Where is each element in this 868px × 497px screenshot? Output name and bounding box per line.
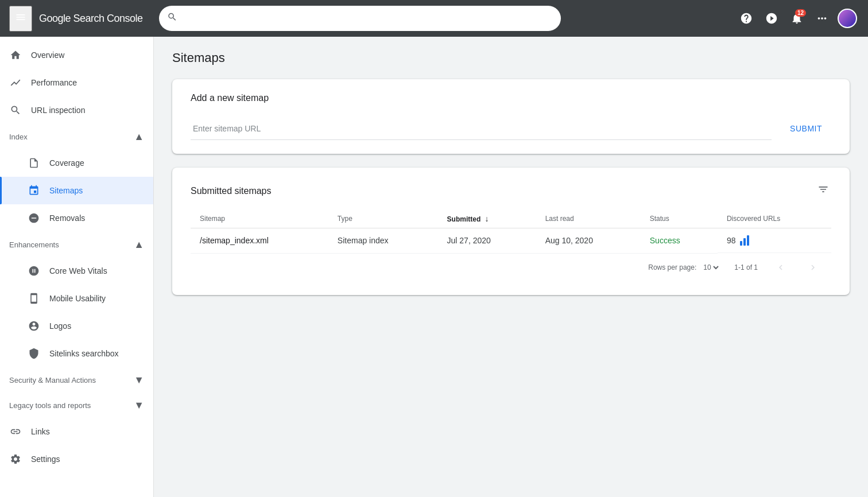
cell-sitemap: /sitemap_index.xml [191,228,328,254]
sidebar-item-coverage[interactable]: Coverage [0,149,153,177]
filter-button[interactable] [815,181,831,200]
sidebar-item-label: Sitelinks searchbox [49,349,119,358]
submitted-sitemaps-card: Submitted sitemaps Sitemap Type Submitte… [172,168,850,295]
sidebar-item-label: URL inspection [31,106,85,115]
sidebar-section-legacy[interactable]: Legacy tools and reports ▼ [0,393,153,418]
sitemaps-table-wrap: Sitemap Type Submitted ↓ Last read Statu… [191,209,831,254]
sidebar-item-logos[interactable]: Logos [0,312,153,340]
performance-icon [9,77,22,88]
notification-button[interactable]: 12 [785,7,808,30]
cell-discovered-urls: 98 [718,228,831,253]
col-status: Status [641,209,718,228]
app-layout: Overview Performance URL inspection Inde… [0,37,868,497]
sidebar-item-label: Coverage [49,158,84,168]
bar-chart-icon[interactable] [740,235,749,246]
sidebar-item-sitemaps[interactable]: Sitemaps [0,177,153,204]
table-footer: Rows per page: 10 25 50 1-1 of 1 [191,254,831,281]
search-input[interactable] [159,6,561,31]
sidebar-item-url-inspection[interactable]: URL inspection [0,96,153,124]
rows-per-page-label: Rows per page: [648,263,696,271]
section-label: Index [9,133,28,141]
section-label: Legacy tools and reports [9,401,91,410]
sitemap-url-input[interactable] [191,117,772,140]
sidebar-section-security[interactable]: Security & Manual Actions ▼ [0,367,153,393]
sidebar-item-removals[interactable]: Removals [0,204,153,232]
col-last-read: Last read [536,209,641,228]
coverage-icon [28,157,40,169]
pagination-prev-button[interactable] [772,258,790,277]
chevron-up-icon: ▲ [134,239,144,251]
add-sitemap-section: Add a new sitemap SUBMIT [172,79,850,154]
sidebar-section-enhancements[interactable]: Enhancements ▲ [0,232,153,257]
sidebar-item-core-web-vitals[interactable]: Core Web Vitals [0,257,153,285]
rows-per-page: Rows per page: 10 25 50 [648,263,720,272]
rows-per-page-select[interactable]: 10 25 50 [701,263,720,272]
sidebar-item-overview[interactable]: Overview [0,41,153,69]
search-bar [159,6,561,31]
sidebar-item-label: Links [31,427,50,436]
table-row: /sitemap_index.xml Sitemap index Jul 27,… [191,228,831,254]
cell-type: Sitemap index [328,228,438,254]
col-discovered-urls: Discovered URLs [718,209,831,228]
chevron-down-icon: ▼ [134,374,144,386]
sidebar-item-performance[interactable]: Performance [0,69,153,96]
topbar-actions: 12 [735,7,859,30]
sidebar-item-settings[interactable]: Settings [0,445,153,473]
sidebar-item-label: Removals [49,213,85,223]
submitted-sitemaps-section: Submitted sitemaps Sitemap Type Submitte… [172,168,850,295]
add-sitemap-card: Add a new sitemap SUBMIT [172,79,850,154]
home-icon [9,49,22,61]
app-title: Google Search Console [39,13,143,25]
sidebar-item-label: Sitemaps [49,186,83,195]
accounts-button[interactable] [760,7,783,30]
cell-status: Success [641,228,718,254]
add-sitemap-title: Add a new sitemap [191,93,831,103]
col-submitted[interactable]: Submitted ↓ [438,209,536,228]
sidebar-item-mobile-usability[interactable]: Mobile Usability [0,285,153,312]
core-web-vitals-icon [28,265,40,277]
chevron-up-icon: ▲ [134,131,144,143]
sitemaps-icon [28,185,40,196]
cell-submitted: Jul 27, 2020 [438,228,536,254]
logos-icon [28,320,40,332]
page-title: Sitemaps [172,51,850,65]
avatar [838,9,857,28]
removals-icon [28,212,40,224]
notification-badge: 12 [795,9,806,17]
sitelinks-icon [28,348,40,359]
submitted-title: Submitted sitemaps [191,186,272,196]
sitemaps-table: Sitemap Type Submitted ↓ Last read Statu… [191,209,831,254]
url-inspection-icon [9,104,22,116]
app-logo: Google Search Console [39,13,143,25]
sidebar-item-label: Overview [31,51,64,60]
pagination-info: 1-1 of 1 [734,263,758,271]
sidebar-item-label: Performance [31,78,77,87]
submit-button[interactable]: SUBMIT [781,119,831,138]
sidebar-item-sitelinks-searchbox[interactable]: Sitelinks searchbox [0,340,153,367]
apps-button[interactable] [811,7,834,30]
section-label: Enhancements [9,240,59,249]
col-type: Type [328,209,438,228]
help-button[interactable] [735,7,758,30]
sidebar-item-label: Core Web Vitals [49,266,107,275]
chevron-down-icon: ▼ [134,399,144,411]
sort-arrow: ↓ [485,214,489,223]
sidebar-section-index[interactable]: Index ▲ [0,124,153,149]
cell-last-read: Aug 10, 2020 [536,228,641,254]
sidebar-item-label: Mobile Usability [49,294,106,303]
main-content: Sitemaps Add a new sitemap SUBMIT Submit… [154,37,868,497]
submitted-header: Submitted sitemaps [191,181,831,200]
sidebar: Overview Performance URL inspection Inde… [0,37,154,497]
sidebar-item-links[interactable]: Links [0,418,153,445]
menu-icon[interactable] [9,6,32,32]
settings-icon [9,453,22,465]
links-icon [9,426,22,437]
section-label: Security & Manual Actions [9,376,96,385]
topbar: Google Search Console 12 [0,0,868,37]
sidebar-item-label: Logos [49,321,71,331]
account-avatar[interactable] [836,7,859,30]
pagination-next-button[interactable] [804,258,822,277]
sitemap-url-row: SUBMIT [191,117,831,140]
mobile-usability-icon [28,293,40,304]
search-icon [167,12,177,25]
